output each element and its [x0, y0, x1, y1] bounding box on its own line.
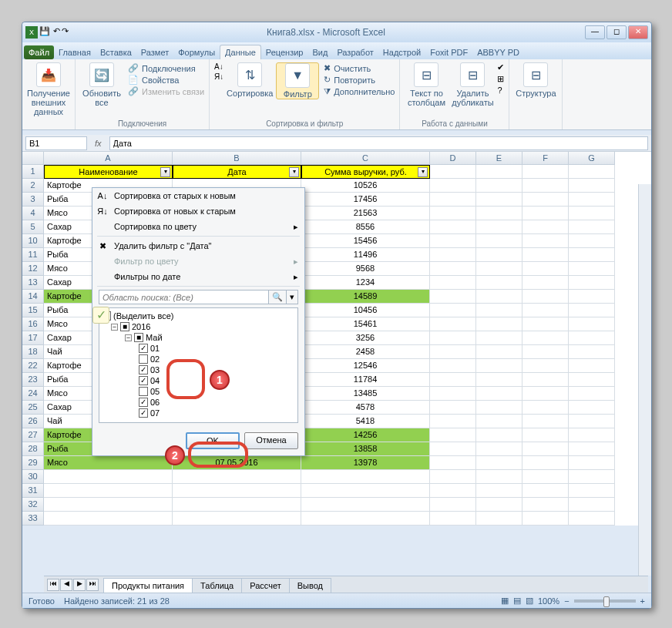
empty-cell[interactable]: [430, 207, 476, 220]
empty-cell[interactable]: [476, 234, 522, 248]
search-icon[interactable]: 🔍: [269, 290, 287, 304]
cell-c-23[interactable]: 11784: [301, 373, 430, 387]
properties-button[interactable]: 📄Свойства: [128, 74, 204, 86]
sheet-tab-1[interactable]: Таблица: [192, 578, 242, 593]
col-header-E[interactable]: E: [476, 152, 522, 165]
redo-icon[interactable]: ↷: [62, 26, 69, 39]
checkbox[interactable]: ✓: [139, 344, 148, 353]
empty-cell[interactable]: [476, 179, 522, 193]
empty-cell[interactable]: [430, 470, 476, 484]
empty-cell[interactable]: [522, 207, 569, 220]
close-button[interactable]: ✕: [628, 25, 648, 39]
row-header-13[interactable]: 13: [22, 276, 44, 290]
empty-cell[interactable]: [476, 276, 522, 290]
empty-cell[interactable]: [430, 317, 476, 331]
tree-day-01[interactable]: ✓01: [102, 343, 295, 354]
refresh-all-button[interactable]: 🔄Обновить все: [80, 62, 123, 107]
row-header-16[interactable]: 16: [22, 317, 44, 331]
row-header-32[interactable]: 32: [22, 498, 44, 512]
sort-button[interactable]: ⇅Сортировка: [228, 62, 271, 99]
tree-day-02[interactable]: 02: [102, 354, 295, 364]
empty-cell[interactable]: [44, 470, 173, 484]
fx-icon[interactable]: fx: [95, 139, 102, 148]
empty-cell[interactable]: [569, 484, 615, 498]
row-header-10[interactable]: 10: [22, 234, 44, 248]
tree-day-06[interactable]: ✓06: [102, 397, 295, 408]
cell-c-17[interactable]: 3256: [301, 331, 430, 345]
cell-b-29[interactable]: 07.05.2016: [173, 456, 301, 470]
empty-cell[interactable]: [430, 442, 476, 456]
tree-year[interactable]: −■2016: [102, 321, 295, 332]
empty-cell[interactable]: [522, 456, 569, 470]
empty-cell[interactable]: [569, 456, 615, 470]
empty-cell[interactable]: [173, 512, 301, 526]
empty-cell[interactable]: [476, 470, 522, 484]
zoom-slider[interactable]: [574, 599, 636, 603]
view-normal-icon[interactable]: ▦: [501, 596, 509, 606]
tab-Foxit PDF[interactable]: Foxit PDF: [425, 45, 472, 59]
row-header-30[interactable]: 30: [22, 470, 44, 484]
empty-cell[interactable]: [430, 290, 476, 304]
tab-nav-last[interactable]: ⏭: [86, 579, 99, 591]
empty-cell[interactable]: [476, 484, 522, 498]
empty-cell[interactable]: [522, 276, 569, 290]
empty-cell[interactable]: [430, 220, 476, 234]
empty-cell[interactable]: [430, 373, 476, 387]
empty-cell[interactable]: [430, 262, 476, 276]
row-header-18[interactable]: 18: [22, 345, 44, 359]
cell-c-11[interactable]: 11496: [301, 248, 430, 262]
reapply-button[interactable]: ↻Повторить: [324, 74, 395, 86]
cell-c-14[interactable]: 14589: [301, 290, 430, 304]
col-header-F[interactable]: F: [522, 152, 569, 165]
empty-cell[interactable]: [430, 276, 476, 290]
empty-cell[interactable]: [476, 373, 522, 387]
search-dropdown-icon[interactable]: ▾: [287, 290, 298, 304]
header-cell-C[interactable]: Сумма выручки, руб.▾: [301, 165, 430, 179]
tab-nav-first[interactable]: ⏮: [47, 579, 59, 591]
text-to-columns-button[interactable]: ⊟Текст по столбцам: [405, 62, 448, 107]
row-header-17[interactable]: 17: [22, 331, 44, 345]
tab-Размет[interactable]: Размет: [136, 45, 173, 59]
empty-cell[interactable]: [430, 234, 476, 248]
data-validation-icon[interactable]: ✔: [497, 62, 504, 72]
empty-cell[interactable]: [569, 401, 615, 415]
empty-cell[interactable]: [301, 484, 430, 498]
tab-Вид[interactable]: Вид: [307, 45, 332, 59]
empty-cell[interactable]: [476, 165, 522, 179]
row-header-28[interactable]: 28: [22, 442, 44, 456]
empty-cell[interactable]: [569, 359, 615, 373]
empty-cell[interactable]: [569, 470, 615, 484]
empty-cell[interactable]: [522, 401, 569, 415]
consolidate-icon[interactable]: ⊞: [497, 74, 504, 84]
zoom-level[interactable]: 100%: [538, 596, 559, 606]
empty-cell[interactable]: [476, 248, 522, 262]
col-header-C[interactable]: C: [301, 152, 430, 165]
empty-cell[interactable]: [476, 207, 522, 220]
row-header-24[interactable]: 24: [22, 387, 44, 401]
empty-cell[interactable]: [301, 512, 430, 526]
sheet-tab-2[interactable]: Рассчет: [241, 578, 290, 593]
empty-cell[interactable]: [476, 415, 522, 428]
empty-cell[interactable]: [569, 248, 615, 262]
empty-cell[interactable]: [522, 428, 569, 442]
ok-button[interactable]: OK: [186, 432, 240, 449]
empty-cell[interactable]: [476, 401, 522, 415]
empty-cell[interactable]: [430, 428, 476, 442]
tab-Рецензир[interactable]: Рецензир: [261, 45, 308, 59]
empty-cell[interactable]: [522, 331, 569, 345]
cell-c-12[interactable]: 9568: [301, 262, 430, 276]
row-header-29[interactable]: 29: [22, 456, 44, 470]
empty-cell[interactable]: [569, 304, 615, 317]
empty-cell[interactable]: [522, 345, 569, 359]
empty-cell[interactable]: [569, 290, 615, 304]
empty-cell[interactable]: [522, 234, 569, 248]
checkbox[interactable]: ✓: [139, 376, 148, 385]
cancel-button[interactable]: Отмена: [244, 432, 298, 449]
tab-Разработ[interactable]: Разработ: [332, 45, 378, 59]
empty-cell[interactable]: [522, 442, 569, 456]
checkbox[interactable]: [139, 387, 148, 396]
sheet-tab-0[interactable]: Продукты питания: [103, 578, 193, 593]
tab-Главная[interactable]: Главная: [54, 45, 96, 59]
empty-cell[interactable]: [173, 498, 301, 512]
sort-asc-icon[interactable]: A↓: [214, 62, 223, 71]
